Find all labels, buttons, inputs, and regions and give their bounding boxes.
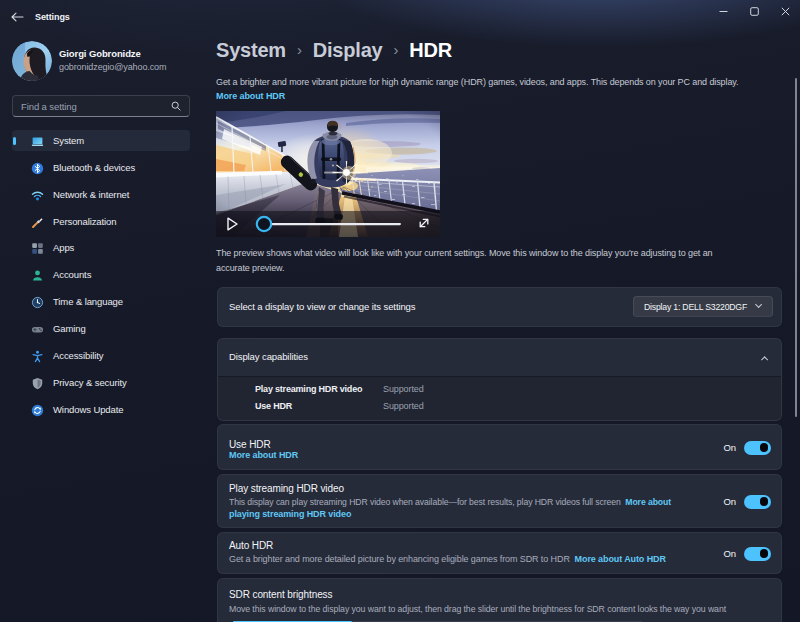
- sidebar-item-label: Accounts: [53, 264, 91, 285]
- gaming-icon: [31, 322, 44, 335]
- search-input[interactable]: Find a setting: [12, 95, 190, 117]
- play-streaming-title: Play streaming HDR video: [229, 483, 344, 494]
- play-streaming-more-link-line2[interactable]: playing streaming HDR video: [229, 509, 351, 519]
- sidebar-item-apps[interactable]: Apps: [12, 237, 190, 258]
- accessibility-icon: [31, 349, 44, 362]
- page-description-text: Get a brighter and more vibrant picture …: [216, 77, 738, 87]
- auto-hdr-desc-line: Get a brighter and more detailed picture…: [229, 554, 666, 564]
- sidebar-item-label: Personalization: [53, 211, 116, 232]
- sdr-brightness-description: Move this window to the display you want…: [229, 604, 740, 614]
- play-streaming-description: This display can play streaming HDR vide…: [229, 497, 688, 507]
- profile-email: gobronidzegio@yahoo.com: [59, 62, 166, 72]
- preview-note-line1: The preview shows what video will look l…: [216, 246, 712, 261]
- sidebar-item-gaming[interactable]: Gaming: [12, 318, 190, 339]
- personalization-icon: [31, 215, 44, 228]
- windows-update-icon: [31, 403, 44, 416]
- hdr-video-preview[interactable]: [216, 111, 440, 237]
- system-icon: [31, 134, 44, 147]
- avatar-photo: [12, 41, 52, 81]
- display-capabilities-header[interactable]: Display capabilities: [218, 339, 781, 376]
- use-hdr-toggle[interactable]: [744, 441, 771, 455]
- more-about-hdr-link[interactable]: More about HDR: [216, 91, 285, 101]
- sidebar-item-label: Windows Update: [53, 399, 123, 420]
- time-language-icon: [31, 295, 44, 308]
- display-dropdown-value: Display 1: DELL S3220DGF: [644, 302, 756, 312]
- toggle-knob: [760, 497, 769, 506]
- capability-label: Play streaming HDR video: [255, 384, 362, 394]
- sdr-brightness-desc-text: Move this window to the display you want…: [229, 604, 726, 614]
- auto-hdr-card: Auto HDR Get a brighter and more detaile…: [217, 532, 782, 575]
- accounts-icon: [31, 268, 44, 281]
- app-title: Settings: [35, 12, 70, 22]
- search-icon: [171, 101, 181, 111]
- display-capabilities-card: Display capabilities Play streaming HDR …: [217, 338, 782, 421]
- breadcrumb-display[interactable]: Display: [313, 39, 383, 61]
- use-hdr-title: Use HDR: [229, 439, 271, 450]
- settings-window: Settings: [0, 0, 800, 622]
- auto-hdr-title: Auto HDR: [229, 540, 273, 551]
- sidebar-item-personalization[interactable]: Personalization: [12, 211, 190, 232]
- sidebar-item-label: Network & internet: [53, 184, 129, 205]
- breadcrumb-system[interactable]: System: [216, 39, 286, 61]
- titlebar: Settings: [0, 0, 800, 34]
- minimize-icon: [719, 7, 728, 16]
- close-icon: [781, 7, 790, 16]
- sidebar-item-label: System: [53, 130, 84, 151]
- play-streaming-card: Play streaming HDR video This display ca…: [217, 474, 782, 528]
- close-button[interactable]: [769, 0, 800, 23]
- chevron-right-icon: ›: [286, 41, 313, 58]
- sidebar-item-label: Bluetooth & devices: [53, 157, 135, 178]
- toggle-knob: [760, 443, 769, 452]
- select-display-label: Select a display to view or change its s…: [229, 288, 415, 326]
- sidebar-item-windows-update[interactable]: Windows Update: [12, 399, 190, 420]
- sidebar-item-system[interactable]: System: [12, 130, 190, 151]
- auto-hdr-toggle[interactable]: [744, 547, 771, 561]
- profile-name: Giorgi Gobronidze: [59, 48, 141, 59]
- back-button[interactable]: [6, 6, 28, 28]
- breadcrumb: System›Display›HDR: [216, 39, 452, 62]
- sidebar-item-time-language[interactable]: Time & language: [12, 291, 190, 312]
- play-streaming-desc-text: This display can play streaming HDR vide…: [229, 497, 621, 507]
- sidebar-item-label: Gaming: [53, 318, 86, 339]
- sidebar-item-network-internet[interactable]: Network & internet: [12, 184, 190, 205]
- play-streaming-state: On: [724, 496, 736, 507]
- avatar[interactable]: [12, 41, 52, 81]
- chevron-up-icon: [762, 354, 769, 361]
- sidebar-item-label: Accessibility: [53, 345, 103, 366]
- scrollbar-thumb[interactable]: [795, 78, 797, 417]
- minimize-button[interactable]: [707, 0, 739, 23]
- display-dropdown[interactable]: Display 1: DELL S3220DGF: [633, 296, 773, 317]
- sidebar-item-accessibility[interactable]: Accessibility: [12, 345, 190, 366]
- play-streaming-more-link[interactable]: More about: [625, 497, 671, 507]
- display-capabilities-title: Display capabilities: [229, 339, 308, 375]
- use-hdr-state: On: [724, 442, 736, 453]
- select-display-card: Select a display to view or change its s…: [217, 287, 782, 327]
- capability-value: Supported: [383, 384, 424, 394]
- preview-note: The preview shows what video will look l…: [216, 246, 712, 275]
- auto-hdr-desc-text: Get a brighter and more detailed picture…: [229, 554, 570, 564]
- maximize-icon: [750, 7, 759, 16]
- video-scene: [216, 111, 440, 237]
- breadcrumb-hdr: HDR: [409, 39, 452, 61]
- capability-value: Supported: [383, 401, 424, 411]
- privacy-icon: [31, 376, 44, 389]
- sidebar-item-accounts[interactable]: Accounts: [12, 264, 190, 285]
- preview-note-line2: accurate preview.: [216, 261, 284, 276]
- sidebar-item-label: Privacy & security: [53, 372, 127, 393]
- use-hdr-more-link[interactable]: More about HDR: [229, 450, 298, 460]
- play-streaming-toggle[interactable]: [744, 495, 771, 509]
- capability-label: Use HDR: [255, 401, 292, 411]
- chevron-down-icon: [756, 303, 763, 310]
- chevron-right-icon: ›: [383, 41, 410, 58]
- auto-hdr-description: Get a brighter and more detailed picture…: [229, 554, 666, 564]
- use-hdr-card: Use HDR More about HDR On: [217, 424, 782, 470]
- auto-hdr-more-link[interactable]: More about Auto HDR: [575, 554, 666, 564]
- active-indicator: [13, 137, 16, 145]
- network-icon: [31, 188, 44, 201]
- auto-hdr-state: On: [724, 548, 736, 559]
- sidebar-item-privacy-security[interactable]: Privacy & security: [12, 372, 190, 393]
- display-capabilities-body: Play streaming HDR video Supported Use H…: [218, 376, 781, 421]
- apps-icon: [31, 241, 44, 254]
- maximize-button[interactable]: [738, 0, 770, 23]
- sidebar-item-bluetooth-devices[interactable]: Bluetooth & devices: [12, 157, 190, 178]
